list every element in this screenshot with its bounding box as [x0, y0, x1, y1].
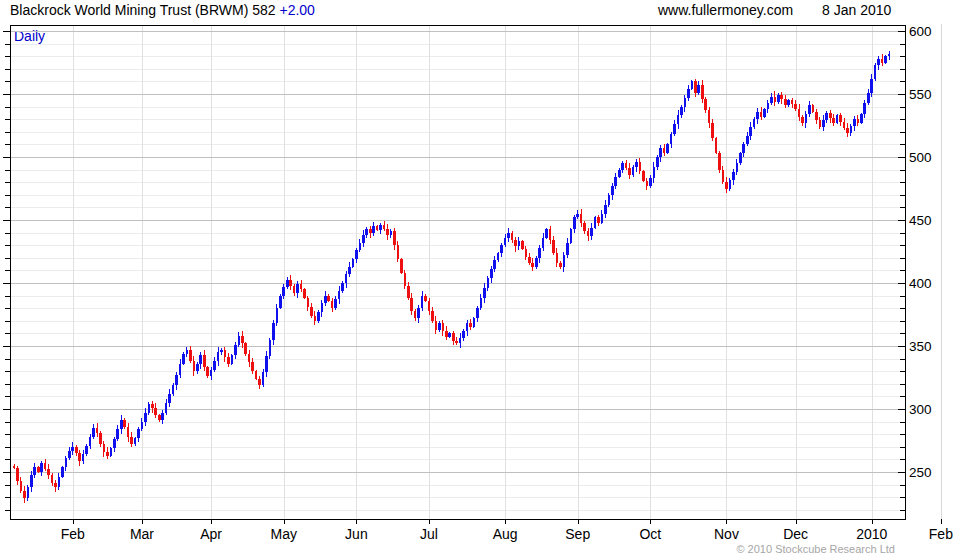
- candle-up: [884, 56, 887, 62]
- candle-down: [331, 301, 334, 309]
- candle-down: [158, 415, 161, 420]
- candle-up: [58, 477, 61, 487]
- candle-up: [888, 54, 891, 57]
- candle-down: [307, 298, 310, 307]
- candle-down: [400, 259, 403, 273]
- candle-up: [234, 345, 237, 355]
- candle-up: [732, 172, 735, 180]
- candle-down: [193, 361, 196, 371]
- copyright-notice: © 2010 Stockcube Research Ltd: [736, 543, 895, 555]
- candle-down: [258, 379, 261, 385]
- candle-down: [832, 118, 835, 123]
- candle-down: [154, 408, 157, 416]
- candle-up: [659, 148, 662, 157]
- candle-up: [186, 350, 189, 354]
- candle-up: [687, 89, 690, 98]
- candle-up: [33, 467, 36, 475]
- candle-up: [238, 336, 241, 345]
- candle-down: [206, 367, 209, 376]
- y-axis-label: 600: [909, 24, 932, 39]
- candle-down: [289, 280, 292, 285]
- candle-down: [130, 437, 133, 445]
- candle-down: [386, 229, 389, 235]
- candle-down: [393, 231, 396, 245]
- candle-up: [462, 331, 465, 339]
- candle-up: [538, 248, 541, 258]
- candle-up: [850, 126, 853, 134]
- candle-up: [71, 447, 74, 451]
- candle-up: [359, 243, 362, 251]
- candle-up: [480, 298, 483, 308]
- candle-up: [614, 177, 617, 186]
- candle-down: [103, 444, 106, 452]
- candle-up: [220, 350, 223, 353]
- candle-down: [646, 181, 649, 186]
- candle-down: [78, 453, 81, 461]
- candle-up: [262, 372, 265, 385]
- candle-down: [812, 105, 815, 111]
- candle-up: [68, 451, 71, 459]
- candle-up: [594, 217, 597, 227]
- candle-down: [857, 119, 860, 123]
- y-axis-label: 550: [909, 87, 932, 102]
- y-axis-label: 400: [909, 276, 932, 291]
- x-axis-label: Jun: [345, 526, 368, 542]
- candle-up: [338, 291, 341, 300]
- candle-down: [829, 113, 832, 118]
- candle-up: [321, 303, 324, 312]
- candle-up: [570, 229, 573, 243]
- x-axis-label: Aug: [493, 526, 518, 542]
- x-axis-label: Feb: [929, 526, 953, 542]
- candle-up: [466, 323, 469, 331]
- candle-down: [241, 336, 244, 344]
- candle-up: [137, 429, 140, 438]
- candle-down: [715, 138, 718, 153]
- candle-up: [874, 65, 877, 79]
- candle-up: [805, 114, 808, 123]
- x-axis-label: Apr: [200, 526, 222, 542]
- candle-down: [189, 350, 192, 361]
- candle-up: [670, 134, 673, 144]
- candle-up: [165, 403, 168, 413]
- candle-up: [573, 217, 576, 228]
- candle-up: [196, 364, 199, 372]
- candle-down: [96, 428, 99, 433]
- candle-up: [417, 308, 420, 318]
- candle-up: [576, 214, 579, 218]
- candle-up: [825, 113, 828, 121]
- candle-down: [639, 162, 642, 171]
- x-axis-label: Nov: [714, 526, 739, 542]
- candle-up: [666, 144, 669, 153]
- x-axis-label: Sep: [565, 526, 590, 542]
- candle-down: [469, 323, 472, 327]
- candle-up: [324, 296, 327, 304]
- candle-down: [435, 321, 438, 330]
- candle-down: [718, 153, 721, 169]
- candle-down: [255, 371, 258, 379]
- candle-up: [756, 112, 759, 120]
- candle-up: [161, 413, 164, 421]
- candlestick-chart: 250300350400450500550600FebMarAprMayJunJ…: [0, 0, 980, 560]
- candle-up: [110, 448, 113, 456]
- candle-down: [47, 469, 50, 474]
- candle-down: [442, 323, 445, 331]
- candle-down: [248, 354, 251, 363]
- candle-down: [597, 217, 600, 222]
- candle-up: [92, 428, 95, 437]
- candle-up: [355, 250, 358, 259]
- candle-down: [521, 241, 524, 249]
- candle-up: [341, 283, 344, 291]
- candle-up: [518, 241, 521, 246]
- candle-up: [787, 100, 790, 105]
- candle-up: [168, 394, 171, 403]
- candle-up: [172, 385, 175, 394]
- candle-up: [673, 124, 676, 134]
- candle-up: [691, 81, 694, 89]
- candle-down: [846, 128, 849, 133]
- candle-up: [390, 231, 393, 235]
- candle-up: [504, 238, 507, 246]
- candle-down: [75, 447, 78, 453]
- candle-up: [590, 228, 593, 237]
- candle-up: [272, 323, 275, 339]
- candle-up: [490, 269, 493, 278]
